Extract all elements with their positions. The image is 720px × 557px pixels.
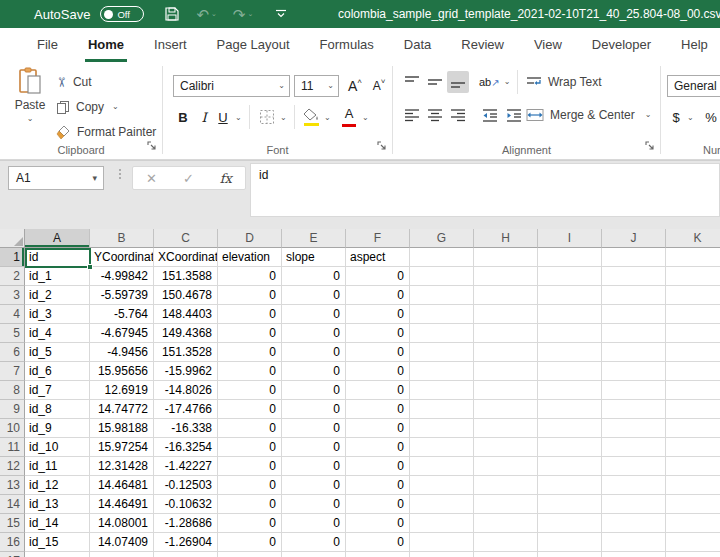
row-header-1[interactable]: 1 — [0, 248, 25, 267]
cell-F15[interactable]: 0 — [346, 514, 410, 533]
cell-B3[interactable]: -5.59739 — [90, 286, 154, 305]
cell-A5[interactable]: id_4 — [25, 324, 90, 343]
cell-E17[interactable] — [282, 552, 346, 557]
cell-E3[interactable]: 0 — [282, 286, 346, 305]
cell-A9[interactable]: id_8 — [25, 400, 90, 419]
cell-C15[interactable]: -1.28686 — [154, 514, 218, 533]
cell-D6[interactable]: 0 — [218, 343, 282, 362]
cell-D12[interactable]: 0 — [218, 457, 282, 476]
column-header-C[interactable]: C — [154, 229, 218, 248]
cell-J8[interactable] — [602, 381, 666, 400]
cell-D7[interactable]: 0 — [218, 362, 282, 381]
cell-F6[interactable]: 0 — [346, 343, 410, 362]
cell-A17[interactable] — [25, 552, 90, 557]
cell-J3[interactable] — [602, 286, 666, 305]
cell-I8[interactable] — [538, 381, 602, 400]
cell-J1[interactable] — [602, 248, 666, 267]
row-header-3[interactable]: 3 — [0, 286, 25, 305]
cell-B8[interactable]: 12.6919 — [90, 381, 154, 400]
cell-F8[interactable]: 0 — [346, 381, 410, 400]
cell-C12[interactable]: -1.42227 — [154, 457, 218, 476]
cell-D13[interactable]: 0 — [218, 476, 282, 495]
bottom-align-button[interactable] — [447, 71, 469, 93]
cell-I2[interactable] — [538, 267, 602, 286]
cell-H1[interactable] — [474, 248, 538, 267]
cell-C1[interactable]: XCoordinate — [154, 248, 218, 267]
row-header-6[interactable]: 6 — [0, 343, 25, 362]
cell-H12[interactable] — [474, 457, 538, 476]
redo-button[interactable]: ↷ — [233, 7, 246, 22]
cell-A8[interactable]: id_7 — [25, 381, 90, 400]
column-header-B[interactable]: B — [90, 229, 154, 248]
merge-center-button[interactable]: Merge & Center ⌄ — [526, 104, 651, 126]
cell-D3[interactable]: 0 — [218, 286, 282, 305]
cell-H16[interactable] — [474, 533, 538, 552]
cell-H11[interactable] — [474, 438, 538, 457]
top-align-button[interactable] — [401, 71, 423, 93]
cell-K10[interactable] — [666, 419, 720, 438]
cell-B12[interactable]: 12.31428 — [90, 457, 154, 476]
cell-J12[interactable] — [602, 457, 666, 476]
cell-D5[interactable]: 0 — [218, 324, 282, 343]
cell-A14[interactable]: id_13 — [25, 495, 90, 514]
cell-B5[interactable]: -4.67945 — [90, 324, 154, 343]
cell-G16[interactable] — [410, 533, 474, 552]
cell-J10[interactable] — [602, 419, 666, 438]
column-header-E[interactable]: E — [282, 229, 346, 248]
formula-bar-drag-handle[interactable] — [119, 169, 121, 179]
cell-B4[interactable]: -5.764 — [90, 305, 154, 324]
cell-C11[interactable]: -16.3254 — [154, 438, 218, 457]
cell-E11[interactable]: 0 — [282, 438, 346, 457]
cell-H3[interactable] — [474, 286, 538, 305]
increase-font-size-button[interactable]: A˄ — [345, 75, 365, 97]
row-header-11[interactable]: 11 — [0, 438, 25, 457]
cell-A12[interactable]: id_11 — [25, 457, 90, 476]
cell-H13[interactable] — [474, 476, 538, 495]
cell-B17[interactable] — [90, 552, 154, 557]
orientation-button[interactable]: ab ↗ ⌄ — [479, 71, 510, 93]
cell-H6[interactable] — [474, 343, 538, 362]
tab-help[interactable]: Help — [666, 28, 720, 62]
cell-E10[interactable]: 0 — [282, 419, 346, 438]
cell-E4[interactable]: 0 — [282, 305, 346, 324]
cell-C2[interactable]: 151.3588 — [154, 267, 218, 286]
currency-dropdown-icon[interactable]: ⌄ — [687, 114, 694, 122]
fill-color-button[interactable] — [301, 106, 321, 128]
cell-K6[interactable] — [666, 343, 720, 362]
cell-G12[interactable] — [410, 457, 474, 476]
select-all-button[interactable] — [0, 229, 25, 248]
row-header-14[interactable]: 14 — [0, 495, 25, 514]
cell-K7[interactable] — [666, 362, 720, 381]
cell-B13[interactable]: 14.46481 — [90, 476, 154, 495]
cell-A3[interactable]: id_2 — [25, 286, 90, 305]
cell-B10[interactable]: 15.98188 — [90, 419, 154, 438]
font-name-combo[interactable]: Calibri ⌄ — [173, 75, 290, 97]
cell-G3[interactable] — [410, 286, 474, 305]
tab-view[interactable]: View — [519, 28, 577, 62]
clipboard-dialog-launcher[interactable] — [147, 137, 157, 155]
column-header-H[interactable]: H — [474, 229, 538, 248]
cell-G5[interactable] — [410, 324, 474, 343]
cell-J7[interactable] — [602, 362, 666, 381]
fill-handle[interactable] — [87, 264, 93, 270]
column-header-J[interactable]: J — [602, 229, 666, 248]
cell-E15[interactable]: 0 — [282, 514, 346, 533]
row-header-10[interactable]: 10 — [0, 419, 25, 438]
cell-A11[interactable]: id_10 — [25, 438, 90, 457]
cell-F12[interactable]: 0 — [346, 457, 410, 476]
cell-C4[interactable]: 148.4403 — [154, 305, 218, 324]
cell-H17[interactable] — [474, 552, 538, 557]
tab-file[interactable]: File — [22, 28, 73, 62]
cell-H2[interactable] — [474, 267, 538, 286]
column-header-A[interactable]: A — [25, 229, 90, 248]
cell-B16[interactable]: 14.07409 — [90, 533, 154, 552]
cell-E9[interactable]: 0 — [282, 400, 346, 419]
cell-C10[interactable]: -16.338 — [154, 419, 218, 438]
cell-G2[interactable] — [410, 267, 474, 286]
cell-I13[interactable] — [538, 476, 602, 495]
column-header-D[interactable]: D — [218, 229, 282, 248]
save-button[interactable] — [164, 6, 180, 22]
cell-I3[interactable] — [538, 286, 602, 305]
insert-function-button[interactable]: fx — [220, 172, 232, 185]
cell-K2[interactable] — [666, 267, 720, 286]
